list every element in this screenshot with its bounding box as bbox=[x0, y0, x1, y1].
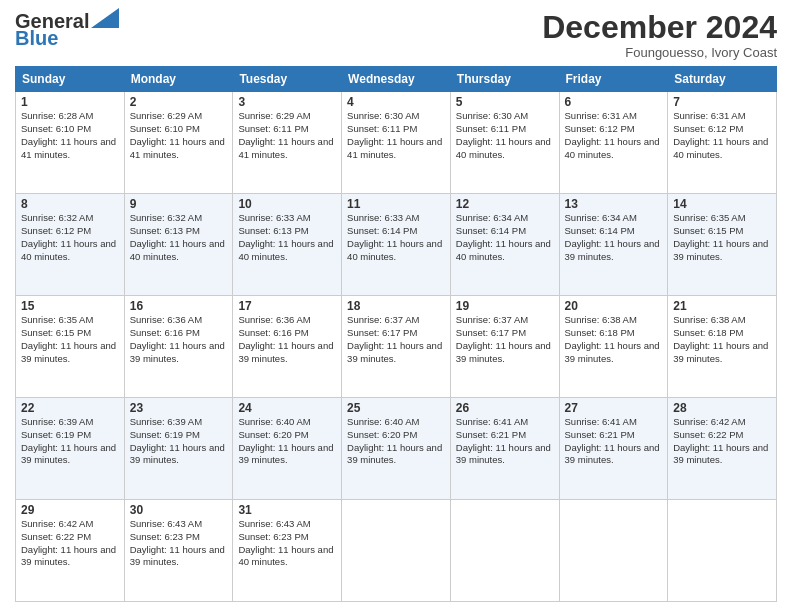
day-number: 22 bbox=[21, 401, 119, 415]
day-info: Sunrise: 6:34 AM Sunset: 6:14 PM Dayligh… bbox=[565, 212, 663, 263]
day-number: 6 bbox=[565, 95, 663, 109]
sunrise-label: Sunrise: 6:29 AM bbox=[130, 110, 202, 121]
day-info: Sunrise: 6:33 AM Sunset: 6:13 PM Dayligh… bbox=[238, 212, 336, 263]
title-section: December 2024 Foungouesso, Ivory Coast bbox=[542, 10, 777, 60]
day-info: Sunrise: 6:35 AM Sunset: 6:15 PM Dayligh… bbox=[673, 212, 771, 263]
day-info: Sunrise: 6:42 AM Sunset: 6:22 PM Dayligh… bbox=[673, 416, 771, 467]
sunrise-label: Sunrise: 6:31 AM bbox=[673, 110, 745, 121]
day-number: 23 bbox=[130, 401, 228, 415]
day-info: Sunrise: 6:42 AM Sunset: 6:22 PM Dayligh… bbox=[21, 518, 119, 569]
day-info: Sunrise: 6:41 AM Sunset: 6:21 PM Dayligh… bbox=[565, 416, 663, 467]
calendar-cell: 30 Sunrise: 6:43 AM Sunset: 6:23 PM Dayl… bbox=[124, 500, 233, 602]
sunset-label: Sunset: 6:20 PM bbox=[238, 429, 308, 440]
sunrise-label: Sunrise: 6:34 AM bbox=[456, 212, 528, 223]
sunset-label: Sunset: 6:16 PM bbox=[238, 327, 308, 338]
sunrise-label: Sunrise: 6:39 AM bbox=[21, 416, 93, 427]
calendar-week-row: 8 Sunrise: 6:32 AM Sunset: 6:12 PM Dayli… bbox=[16, 194, 777, 296]
sunset-label: Sunset: 6:11 PM bbox=[238, 123, 308, 134]
day-number: 19 bbox=[456, 299, 554, 313]
calendar-cell: 19 Sunrise: 6:37 AM Sunset: 6:17 PM Dayl… bbox=[450, 296, 559, 398]
day-info: Sunrise: 6:39 AM Sunset: 6:19 PM Dayligh… bbox=[130, 416, 228, 467]
day-info: Sunrise: 6:43 AM Sunset: 6:23 PM Dayligh… bbox=[130, 518, 228, 569]
sunrise-label: Sunrise: 6:32 AM bbox=[21, 212, 93, 223]
day-info: Sunrise: 6:36 AM Sunset: 6:16 PM Dayligh… bbox=[130, 314, 228, 365]
logo-icon bbox=[91, 8, 119, 28]
day-number: 17 bbox=[238, 299, 336, 313]
day-info: Sunrise: 6:43 AM Sunset: 6:23 PM Dayligh… bbox=[238, 518, 336, 569]
sunset-label: Sunset: 6:15 PM bbox=[21, 327, 91, 338]
calendar-cell: 2 Sunrise: 6:29 AM Sunset: 6:10 PM Dayli… bbox=[124, 92, 233, 194]
sunset-label: Sunset: 6:12 PM bbox=[565, 123, 635, 134]
day-number: 27 bbox=[565, 401, 663, 415]
sunrise-label: Sunrise: 6:35 AM bbox=[673, 212, 745, 223]
calendar-cell bbox=[668, 500, 777, 602]
sunrise-label: Sunrise: 6:33 AM bbox=[347, 212, 419, 223]
daylight-label: Daylight: 11 hours and 39 minutes. bbox=[21, 340, 116, 364]
day-info: Sunrise: 6:29 AM Sunset: 6:10 PM Dayligh… bbox=[130, 110, 228, 161]
day-number: 25 bbox=[347, 401, 445, 415]
daylight-label: Daylight: 11 hours and 39 minutes. bbox=[456, 340, 551, 364]
svg-marker-0 bbox=[91, 8, 119, 28]
day-number: 12 bbox=[456, 197, 554, 211]
calendar-day-header: Wednesday bbox=[342, 67, 451, 92]
calendar-cell: 21 Sunrise: 6:38 AM Sunset: 6:18 PM Dayl… bbox=[668, 296, 777, 398]
daylight-label: Daylight: 11 hours and 39 minutes. bbox=[673, 238, 768, 262]
sunset-label: Sunset: 6:23 PM bbox=[238, 531, 308, 542]
day-info: Sunrise: 6:30 AM Sunset: 6:11 PM Dayligh… bbox=[456, 110, 554, 161]
daylight-label: Daylight: 11 hours and 40 minutes. bbox=[130, 238, 225, 262]
sunrise-label: Sunrise: 6:36 AM bbox=[130, 314, 202, 325]
day-number: 2 bbox=[130, 95, 228, 109]
day-number: 26 bbox=[456, 401, 554, 415]
sunrise-label: Sunrise: 6:38 AM bbox=[673, 314, 745, 325]
calendar-cell: 24 Sunrise: 6:40 AM Sunset: 6:20 PM Dayl… bbox=[233, 398, 342, 500]
daylight-label: Daylight: 11 hours and 39 minutes. bbox=[130, 544, 225, 568]
day-info: Sunrise: 6:38 AM Sunset: 6:18 PM Dayligh… bbox=[565, 314, 663, 365]
daylight-label: Daylight: 11 hours and 40 minutes. bbox=[347, 238, 442, 262]
sunrise-label: Sunrise: 6:34 AM bbox=[565, 212, 637, 223]
calendar-cell: 15 Sunrise: 6:35 AM Sunset: 6:15 PM Dayl… bbox=[16, 296, 125, 398]
calendar-cell: 22 Sunrise: 6:39 AM Sunset: 6:19 PM Dayl… bbox=[16, 398, 125, 500]
calendar-cell: 7 Sunrise: 6:31 AM Sunset: 6:12 PM Dayli… bbox=[668, 92, 777, 194]
sunset-label: Sunset: 6:11 PM bbox=[347, 123, 417, 134]
calendar-cell: 6 Sunrise: 6:31 AM Sunset: 6:12 PM Dayli… bbox=[559, 92, 668, 194]
daylight-label: Daylight: 11 hours and 39 minutes. bbox=[347, 442, 442, 466]
day-number: 30 bbox=[130, 503, 228, 517]
sunrise-label: Sunrise: 6:31 AM bbox=[565, 110, 637, 121]
calendar-cell: 31 Sunrise: 6:43 AM Sunset: 6:23 PM Dayl… bbox=[233, 500, 342, 602]
day-number: 28 bbox=[673, 401, 771, 415]
sunrise-label: Sunrise: 6:28 AM bbox=[21, 110, 93, 121]
sunrise-label: Sunrise: 6:37 AM bbox=[347, 314, 419, 325]
calendar-week-row: 1 Sunrise: 6:28 AM Sunset: 6:10 PM Dayli… bbox=[16, 92, 777, 194]
daylight-label: Daylight: 11 hours and 39 minutes. bbox=[565, 238, 660, 262]
daylight-label: Daylight: 11 hours and 40 minutes. bbox=[456, 238, 551, 262]
sunrise-label: Sunrise: 6:30 AM bbox=[347, 110, 419, 121]
sunrise-label: Sunrise: 6:30 AM bbox=[456, 110, 528, 121]
sunset-label: Sunset: 6:13 PM bbox=[238, 225, 308, 236]
day-info: Sunrise: 6:35 AM Sunset: 6:15 PM Dayligh… bbox=[21, 314, 119, 365]
day-info: Sunrise: 6:30 AM Sunset: 6:11 PM Dayligh… bbox=[347, 110, 445, 161]
sunset-label: Sunset: 6:17 PM bbox=[456, 327, 526, 338]
day-info: Sunrise: 6:31 AM Sunset: 6:12 PM Dayligh… bbox=[565, 110, 663, 161]
day-number: 9 bbox=[130, 197, 228, 211]
sunset-label: Sunset: 6:10 PM bbox=[21, 123, 91, 134]
day-info: Sunrise: 6:28 AM Sunset: 6:10 PM Dayligh… bbox=[21, 110, 119, 161]
daylight-label: Daylight: 11 hours and 41 minutes. bbox=[347, 136, 442, 160]
sunrise-label: Sunrise: 6:43 AM bbox=[130, 518, 202, 529]
sunset-label: Sunset: 6:21 PM bbox=[456, 429, 526, 440]
day-info: Sunrise: 6:32 AM Sunset: 6:12 PM Dayligh… bbox=[21, 212, 119, 263]
day-number: 10 bbox=[238, 197, 336, 211]
day-info: Sunrise: 6:41 AM Sunset: 6:21 PM Dayligh… bbox=[456, 416, 554, 467]
calendar-cell: 18 Sunrise: 6:37 AM Sunset: 6:17 PM Dayl… bbox=[342, 296, 451, 398]
daylight-label: Daylight: 11 hours and 39 minutes. bbox=[673, 442, 768, 466]
sunset-label: Sunset: 6:22 PM bbox=[21, 531, 91, 542]
calendar-cell: 5 Sunrise: 6:30 AM Sunset: 6:11 PM Dayli… bbox=[450, 92, 559, 194]
sunrise-label: Sunrise: 6:40 AM bbox=[347, 416, 419, 427]
calendar-cell: 11 Sunrise: 6:33 AM Sunset: 6:14 PM Dayl… bbox=[342, 194, 451, 296]
day-number: 15 bbox=[21, 299, 119, 313]
calendar-cell bbox=[342, 500, 451, 602]
day-number: 13 bbox=[565, 197, 663, 211]
day-info: Sunrise: 6:34 AM Sunset: 6:14 PM Dayligh… bbox=[456, 212, 554, 263]
calendar-day-header: Monday bbox=[124, 67, 233, 92]
sunset-label: Sunset: 6:20 PM bbox=[347, 429, 417, 440]
sunrise-label: Sunrise: 6:33 AM bbox=[238, 212, 310, 223]
